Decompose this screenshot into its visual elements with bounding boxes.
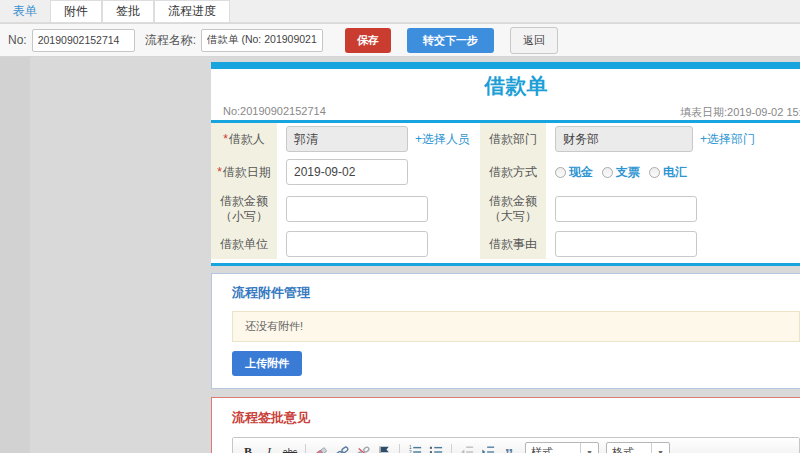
- left-rail: [0, 57, 30, 453]
- radio-cheque[interactable]: 支票: [602, 164, 640, 181]
- amount-upper-input[interactable]: [555, 196, 697, 222]
- amount-upper-cell: [546, 189, 800, 229]
- department-cell: +选择部门: [546, 123, 800, 155]
- outdent-icon[interactable]: [458, 443, 476, 453]
- numbered-list-icon[interactable]: 123: [406, 443, 424, 453]
- process-name-label: 流程名称:: [145, 32, 196, 49]
- process-name-input[interactable]: [201, 29, 323, 52]
- form-number: No:20190902152714: [223, 105, 326, 117]
- toolbar-separator: [399, 444, 400, 453]
- panel-top-accent: [211, 62, 800, 69]
- required-mark: *: [217, 165, 222, 179]
- form-toolbar: No: 流程名称: 保存 转交下一步 返回: [0, 24, 800, 57]
- content-column: 借款单 No:20190902152714 填表日期:2019-09-02 15…: [211, 62, 800, 453]
- radio-icon[interactable]: [555, 167, 566, 178]
- styles-dropdown[interactable]: 样式 ▼: [525, 442, 599, 453]
- top-tabbar: 表单 附件 签批 流程进度: [0, 0, 800, 23]
- amount-lower-label: 借款金额（小写）: [211, 189, 277, 229]
- loan-date-cell: [277, 155, 480, 189]
- loan-unit-cell: [277, 229, 480, 259]
- strikethrough-button[interactable]: abc: [281, 443, 299, 453]
- tab-form[interactable]: 表单: [0, 0, 50, 22]
- loan-method-radio-group: 现金 支票 电汇: [555, 164, 687, 181]
- radio-cash[interactable]: 现金: [555, 164, 593, 181]
- editor-toolbar: B I abc 123: [233, 438, 799, 453]
- next-step-button[interactable]: 转交下一步: [407, 28, 494, 53]
- chevron-down-icon: ▼: [580, 443, 593, 453]
- tab-process-progress[interactable]: 流程进度: [154, 0, 230, 22]
- attachments-empty-message: 还没有附件!: [232, 311, 800, 342]
- tab-approval[interactable]: 签批: [102, 0, 154, 22]
- radio-icon[interactable]: [649, 167, 660, 178]
- approval-panel: 流程签批意见 B I abc: [211, 397, 800, 453]
- department-label: 借款部门: [480, 123, 546, 155]
- loan-method-cell: 现金 支票 电汇: [546, 155, 800, 189]
- radio-wire-transfer[interactable]: 电汇: [649, 164, 687, 181]
- upload-attachment-button[interactable]: 上传附件: [232, 351, 302, 376]
- loan-unit-input[interactable]: [286, 231, 428, 257]
- required-mark: *: [223, 132, 228, 146]
- blockquote-icon[interactable]: ”: [500, 443, 518, 453]
- indent-icon[interactable]: [479, 443, 497, 453]
- tab-attachments[interactable]: 附件: [50, 0, 102, 22]
- toolbar-separator: [451, 444, 452, 453]
- attachments-panel: 流程附件管理 还没有附件! 上传附件: [211, 273, 800, 389]
- amount-lower-cell: [277, 189, 480, 229]
- loan-reason-label: 借款事由: [480, 229, 546, 259]
- loan-reason-input[interactable]: [555, 231, 697, 257]
- amount-lower-input[interactable]: [286, 196, 428, 222]
- loan-form-panel: 借款单 No:20190902152714 填表日期:2019-09-02 15…: [211, 62, 800, 266]
- form-info-row: No:20190902152714 填表日期:2019-09-02 15:27:…: [211, 101, 800, 123]
- unlink-icon[interactable]: [354, 443, 372, 453]
- select-department-link[interactable]: +选择部门: [700, 131, 755, 148]
- radio-icon[interactable]: [602, 167, 613, 178]
- amount-upper-label: 借款金额（大写）: [480, 189, 546, 229]
- loan-form-grid: *借款人 +选择人员 借款部门 +选择部门 *借款日期 借款方式: [211, 123, 800, 263]
- form-fill-date: 填表日期:2019-09-02 15:27:1: [680, 105, 800, 120]
- loan-method-label: 借款方式: [480, 155, 546, 189]
- save-button[interactable]: 保存: [345, 28, 391, 53]
- loan-date-label: *借款日期: [211, 155, 277, 189]
- borrower-input[interactable]: [286, 126, 408, 152]
- anchor-flag-icon[interactable]: [375, 443, 393, 453]
- bold-button[interactable]: B: [239, 443, 257, 453]
- loan-date-input[interactable]: [286, 159, 408, 185]
- attachments-title: 流程附件管理: [232, 284, 800, 302]
- loan-reason-cell: [546, 229, 800, 259]
- loan-unit-label: 借款单位: [211, 229, 277, 259]
- remove-format-icon[interactable]: [312, 443, 330, 453]
- toolbar-separator: [305, 444, 306, 453]
- bulleted-list-icon[interactable]: [427, 443, 445, 453]
- no-label: No:: [8, 33, 27, 47]
- link-icon[interactable]: [333, 443, 351, 453]
- chevron-down-icon: ▼: [651, 443, 664, 453]
- select-person-link[interactable]: +选择人员: [415, 131, 470, 148]
- rich-text-editor: B I abc 123: [232, 437, 800, 453]
- italic-button[interactable]: I: [260, 443, 278, 453]
- borrower-cell: +选择人员: [277, 123, 480, 155]
- approval-title: 流程签批意见: [232, 409, 800, 427]
- borrower-label: *借款人: [211, 123, 277, 155]
- department-input[interactable]: [555, 126, 693, 152]
- format-dropdown[interactable]: 格式 ▼: [606, 442, 670, 453]
- no-input[interactable]: [32, 29, 135, 52]
- back-button[interactable]: 返回: [510, 27, 558, 54]
- page-title: 借款单: [211, 69, 800, 101]
